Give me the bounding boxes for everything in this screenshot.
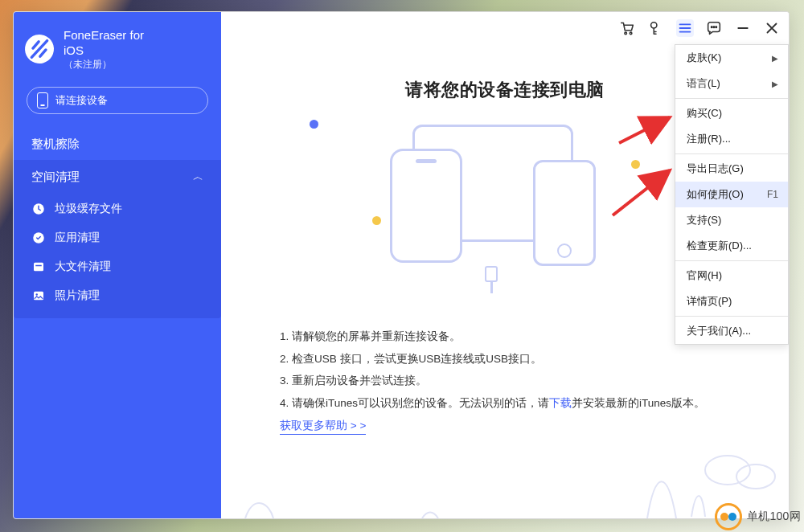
menu-item[interactable]: 导出日志(G) — [675, 156, 788, 182]
svg-rect-2 — [34, 262, 43, 271]
phone-icon — [37, 92, 48, 108]
app-title-block: FoneEraser for iOS （未注册） — [64, 28, 144, 71]
app-clean-icon — [31, 231, 46, 245]
menu-item-label: 皮肤(K) — [687, 51, 721, 65]
menu-item[interactable]: 官网(H) — [675, 263, 788, 289]
menu-item-label: 支持(S) — [687, 213, 721, 227]
app-reg-status: （未注册） — [64, 59, 144, 71]
menu-item-label: 检查更新(D)... — [687, 239, 752, 253]
menu-item-label: 购买(C) — [687, 106, 722, 121]
main-menu-dropdown: 皮肤(K)▶语言(L)▶购买(C)注册(R)...导出日志(G)如何使用(O)F… — [675, 44, 789, 345]
connect-device-button[interactable]: 请连接设备 — [27, 87, 208, 114]
download-link[interactable]: 下载 — [549, 397, 572, 409]
main-pane: 请将您的设备连接到电脑 1. 请解锁您的屏幕并重新连接设备。 2. 检查USB … — [221, 12, 789, 518]
menu-item-label: 语言(L) — [687, 76, 720, 91]
feedback-icon[interactable] — [705, 19, 723, 37]
menu-item[interactable]: 检查更新(D)... — [675, 233, 788, 259]
watermark-logo-icon — [715, 503, 742, 530]
sidebar-item-label: 应用清理 — [55, 231, 100, 245]
svg-rect-3 — [35, 264, 42, 266]
step-3: 3. 重新启动设备并尝试连接。 — [280, 370, 730, 392]
troubleshoot-steps: 1. 请解锁您的屏幕并重新连接设备。 2. 检查USB 接口，尝试更换USB连接… — [280, 325, 730, 436]
menu-separator — [675, 153, 788, 154]
step-4: 4. 请确保iTunes可以识别您的设备。无法识别的话，请下载并安装最新的iTu… — [280, 392, 730, 415]
app-title-line2: iOS — [64, 43, 144, 59]
menu-item-label: 如何使用(O) — [687, 187, 744, 202]
menu-item-shortcut: F1 — [759, 189, 778, 200]
sidebar-item-label: 照片清理 — [55, 289, 100, 303]
svg-point-11 — [716, 27, 716, 27]
sidebar-item-junk[interactable]: 垃圾缓存文件 — [14, 194, 221, 223]
file-box-icon — [31, 260, 46, 274]
connect-device-label: 请连接设备 — [55, 93, 108, 108]
cart-icon[interactable] — [618, 19, 636, 37]
submenu-arrow-icon: ▶ — [772, 80, 778, 88]
sidebar-item-app-clean[interactable]: 应用清理 — [14, 223, 221, 252]
menu-item-label: 注册(R)... — [687, 132, 731, 146]
menu-item-label: 官网(H) — [687, 268, 722, 283]
close-button[interactable] — [763, 19, 781, 37]
sidebar-item-photo-clean[interactable]: 照片清理 — [14, 281, 221, 310]
menu-separator — [675, 98, 788, 99]
sidebar-item-large-files[interactable]: 大文件清理 — [14, 252, 221, 281]
svg-point-6 — [625, 32, 627, 35]
sidebar: FoneEraser for iOS （未注册） 请连接设备 整机擦除 空间清理… — [14, 12, 221, 518]
menu-item[interactable]: 注册(R)... — [675, 126, 788, 152]
menu-item[interactable]: 语言(L)▶ — [675, 71, 788, 96]
chevron-up-icon: ︿ — [193, 170, 203, 184]
menu-item[interactable]: 皮肤(K)▶ — [675, 45, 788, 71]
sidebar-section-clean-label: 空间清理 — [31, 170, 80, 185]
sidebar-item-label: 垃圾缓存文件 — [55, 202, 122, 216]
menu-item[interactable]: 关于我们(A)... — [675, 318, 788, 344]
svg-point-10 — [713, 27, 714, 27]
watermark-text: 单机100网 — [747, 509, 801, 524]
key-icon[interactable] — [647, 19, 665, 37]
step-1: 1. 请解锁您的屏幕并重新连接设备。 — [280, 325, 730, 348]
more-help-link[interactable]: 获取更多帮助 > > — [280, 419, 366, 435]
sidebar-section-clean-header[interactable]: 空间清理 ︿ — [14, 160, 221, 194]
decorative-dot — [372, 216, 381, 225]
photo-icon — [31, 289, 46, 303]
svg-point-7 — [630, 32, 632, 35]
menu-item[interactable]: 支持(S) — [675, 207, 788, 233]
sidebar-item-label: 大文件清理 — [55, 260, 111, 274]
svg-point-9 — [712, 27, 712, 27]
submenu-arrow-icon: ▶ — [772, 54, 778, 63]
menu-item[interactable]: 购买(C) — [675, 100, 788, 126]
decorative-dot — [310, 120, 318, 129]
menu-icon[interactable] — [676, 19, 694, 37]
svg-point-12 — [705, 456, 750, 485]
watermark: 单机100网 — [715, 503, 801, 530]
menu-item[interactable]: 如何使用(O)F1 — [675, 182, 788, 207]
svg-point-8 — [651, 23, 657, 28]
app-window: FoneEraser for iOS （未注册） 请连接设备 整机擦除 空间清理… — [13, 11, 790, 519]
svg-point-5 — [36, 293, 38, 295]
app-logo-icon — [22, 31, 57, 67]
titlebar — [221, 12, 789, 44]
menu-item-label: 导出日志(G) — [687, 162, 744, 176]
menu-separator — [675, 316, 788, 317]
app-logo-row: FoneEraser for iOS （未注册） — [14, 22, 221, 82]
app-title-line1: FoneEraser for — [64, 28, 144, 43]
svg-point-13 — [736, 464, 775, 489]
decorative-dot — [631, 160, 640, 169]
cable-icon — [477, 266, 506, 292]
menu-separator — [675, 260, 788, 261]
sidebar-clean-items: 垃圾缓存文件 应用清理 大文件清理 — [14, 194, 221, 318]
clock-icon — [31, 202, 46, 216]
phone-outline — [390, 149, 462, 263]
menu-item[interactable]: 详情页(P) — [675, 289, 788, 314]
minimize-button[interactable] — [734, 19, 752, 37]
menu-item-label: 关于我们(A)... — [687, 324, 751, 338]
menu-item-label: 详情页(P) — [687, 294, 732, 309]
sidebar-section-erase[interactable]: 整机擦除 — [14, 129, 221, 160]
step-2: 2. 检查USB 接口，尝试更换USB连接线或USB接口。 — [280, 348, 730, 370]
phone-outline — [533, 160, 596, 266]
device-illustration — [348, 121, 662, 290]
